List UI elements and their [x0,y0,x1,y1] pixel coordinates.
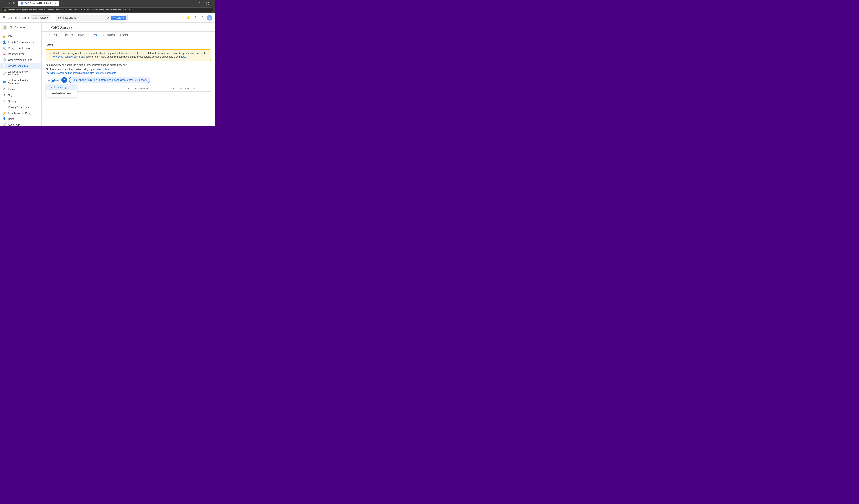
chrome-menu-icon[interactable]: ⋮ [210,2,213,5]
content-header: ← C4C Service [42,22,215,32]
sidebar-label-identity-org: Identity & Organization [8,41,34,44]
sidebar-label-workload-identity: Workload Identity Federation [8,70,39,76]
search-clear-icon[interactable]: ✕ [107,16,109,19]
sidebar-item-iam[interactable]: 🔒 IAM [0,33,41,39]
browser-tab[interactable]: C4C Service – IAM & Admin... ✕ [18,1,59,6]
sidebar-label-privacy-security: Privacy & Security [8,106,29,109]
address-bar[interactable]: 🔒 console.cloud.google.com/iam-admin/ser… [2,7,213,12]
tab-title: C4C Service – IAM & Admin... [25,2,54,4]
main-layout: 🔒 IAM & Admin 🔒 IAM 👤 Identity & Organiz… [0,22,215,126]
hamburger-button[interactable]: ☰ [2,16,5,20]
sidebar-label-iap: Identity-Aware Proxy [8,111,32,114]
tab-keys[interactable]: KEYS [87,32,100,39]
chrome-bookmark-icon[interactable]: ☆ [202,2,205,5]
tags-icon: 🏷 [2,93,6,97]
tab-close-button[interactable]: ✕ [55,2,57,4]
logo-g2: g [15,16,17,19]
org-policies-link[interactable]: organization policies [89,68,110,71]
forward-nav-button[interactable]: → [7,1,11,5]
sidebar-item-org-policies[interactable]: 📋 Organization Policies [0,57,41,63]
iap-icon: 🔑 [2,111,6,114]
service-accounts-icon: 📄 [2,64,6,67]
workload-identity-link[interactable]: Workload Identity Federation [53,56,84,58]
sidebar-label-tags: Tags [8,94,13,97]
dropdown-item-upload-existing-key[interactable]: Upload existing key [46,90,77,96]
chrome-icons: ⧉ ☆ ⬚ ⋮ [198,2,213,5]
sidebar-label-labels: Labels [8,88,15,91]
tab-logs[interactable]: LOGS [118,32,131,39]
dropdown-item-create-new-key[interactable]: Create new key [46,84,77,90]
chrome-profile-icon[interactable]: ⬚ [206,2,209,5]
sidebar-item-identity-aware-proxy[interactable]: 🔑 Identity-Aware Proxy [0,110,41,116]
search-magnifier-icon: 🔍 [112,16,116,19]
logo-g: G [7,16,10,19]
sidebar-item-audit-logs[interactable]: 📝 Audit Logs [0,122,41,126]
annotation-step-number: 2 [61,77,67,83]
keys-section-title: Keys [46,42,211,47]
annotation-container: 2 Click on the ADD KEY button, and selec… [61,77,150,83]
block-text: Block service account key creation using… [46,68,211,71]
search-button[interactable]: 🔍 Search [110,16,126,20]
project-name: C4C Project [33,16,46,19]
sidebar-item-roles[interactable]: 👤 Roles [0,116,41,122]
sidebar-item-tags[interactable]: 🏷 Tags [0,92,41,98]
learn-more-link[interactable]: Learn more about setting organization po… [46,72,211,74]
address-url: console.cloud.google.com/iam-admin/servi… [7,9,132,11]
tab-details[interactable]: DETAILS [46,32,62,39]
sidebar-item-workforce-identity[interactable]: 👥 Workforce Identity Federation [0,77,41,86]
annotation-arrow [49,77,59,85]
org-policies-icon: 📋 [2,58,6,61]
sidebar-item-service-accounts[interactable]: 📄 Service Accounts [0,63,41,69]
sidebar-title: IAM & Admin [9,26,25,29]
here-link[interactable]: here [180,56,185,58]
logo-o1: o [11,16,12,19]
sidebar-item-workload-identity[interactable]: 🔗 Workload Identity Federation [0,69,41,77]
warning-text: Service account keys could pose a securi… [53,51,208,59]
user-avatar[interactable]: U [207,15,212,20]
logo-l: l [17,16,18,19]
policy-analyzer-icon: 📊 [2,52,6,56]
sidebar-item-policy-troubleshooter[interactable]: 🔍 Policy Troubleshooter [0,45,41,51]
more-options-icon[interactable]: ⋮ [200,15,205,20]
logo-e: e [19,16,20,19]
sidebar-label-org-policies: Organization Policies [8,59,32,61]
sidebar-header: 🔒 IAM & Admin [0,24,41,31]
sidebar-item-policy-analyzer[interactable]: 📊 Policy Analyzer [0,51,41,57]
nav-buttons: ← → ↻ [2,1,16,5]
sidebar-label-workforce-identity: Workforce Identity Federation [8,79,39,85]
tab-favicon [20,2,24,4]
project-selector[interactable]: C4C Project ▾ [31,15,50,20]
tab-permissions[interactable]: PERMISSIONS [62,32,87,39]
sidebar-label-policy-analyzer: Policy Analyzer [8,52,25,56]
search-bar: ✕ 🔍 Search [56,15,127,21]
new-tab-button[interactable]: + [61,1,63,5]
keys-content: Keys ⚠ Service account keys could pose a… [42,39,215,97]
sidebar-item-privacy-security[interactable]: 🛡 Privacy & Security [0,104,41,110]
help-icon[interactable]: ? [193,15,198,20]
sidebar-divider [0,32,41,32]
address-lock-icon: 🔒 [4,9,6,11]
sidebar-item-identity-org[interactable]: 👤 Identity & Organization [0,39,41,45]
sidebar-item-settings[interactable]: ⚙ Settings [0,98,41,104]
tabs-row: DETAILS PERMISSIONS KEYS METRICS LOGS [42,32,215,39]
logo-cloud: Cloud [21,16,29,19]
tab-metrics[interactable]: METRICS [100,32,118,39]
warning-icon: ⚠ [48,52,51,57]
app-container: ☰ Google Cloud C4C Project ▾ ✕ 🔍 Search … [0,13,215,126]
back-nav-button[interactable]: ← [2,1,6,5]
sidebar-label-policy-troubleshooter: Policy Troubleshooter [8,47,33,49]
logo-o2: o [13,16,14,19]
workforce-identity-icon: 👥 [2,80,6,83]
chrome-extensions-icon[interactable]: ⧉ [198,2,200,5]
sidebar-item-labels[interactable]: 🏷 Labels [0,86,41,92]
search-input[interactable] [58,16,106,19]
project-dropdown-icon: ▾ [47,16,48,19]
roles-icon: 👤 [2,117,6,120]
audit-logs-icon: 📝 [2,123,6,126]
sidebar-label-service-accounts: Service Accounts [8,64,28,67]
iam-admin-icon: 🔒 [2,25,7,30]
notifications-icon[interactable]: 🔔 [185,15,191,20]
content-back-button[interactable]: ← [46,26,49,30]
labels-icon: 🏷 [2,88,6,91]
reload-button[interactable]: ↻ [12,1,16,5]
